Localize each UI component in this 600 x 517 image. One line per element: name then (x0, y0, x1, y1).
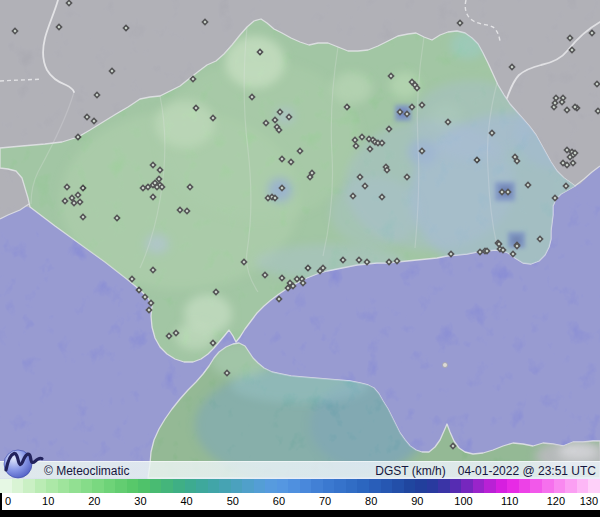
scale-tick-label: 130 (580, 495, 598, 507)
bottom-black-strip (0, 510, 600, 517)
scale-tick-label: 80 (365, 495, 377, 507)
colorbar-cell (450, 479, 462, 493)
colorbar-cell (127, 479, 139, 493)
scale-tick-label: 0 (5, 495, 11, 507)
datetime-label: 04-01-2022 @ 23:51 UTC (458, 464, 596, 478)
scale-tick-label: 120 (547, 495, 565, 507)
colorbar-cell (288, 479, 300, 493)
colorbar-cell (58, 479, 70, 493)
credit-text[interactable]: © Meteoclimatic (44, 464, 130, 478)
colorbar-cell (519, 479, 531, 493)
colorbar-cell (161, 479, 173, 493)
colorbar-cell (300, 479, 312, 493)
colorbar-cell (185, 479, 197, 493)
colorbar-cell (461, 479, 473, 493)
weather-map-screenshot: © Meteoclimatic DGST (km/h)04-01-2022 @ … (0, 0, 600, 517)
colorbar-cell (346, 479, 358, 493)
colorbar-cell (254, 479, 266, 493)
colorbar-cell (265, 479, 277, 493)
colorbar-cell (334, 479, 346, 493)
colorbar-cell (242, 479, 254, 493)
scale-tick-label: 50 (227, 495, 239, 507)
colorbar-cell (323, 479, 335, 493)
scale-tick-label: 60 (273, 495, 285, 507)
colorbar-cell (311, 479, 323, 493)
colorbar-cell (507, 479, 519, 493)
colorbar-cell (150, 479, 162, 493)
colorbar-cell (138, 479, 150, 493)
scale-tick-label: 100 (454, 495, 472, 507)
colorbar-cell (381, 479, 393, 493)
colorbar-cell (588, 479, 600, 493)
colorbar-cell (392, 479, 404, 493)
colorbar-cell (404, 479, 416, 493)
colorbar-cell (219, 479, 231, 493)
scale-tick-label: 110 (501, 495, 519, 507)
scale-tick-label: 30 (134, 495, 146, 507)
map-canvas (0, 0, 600, 517)
footer-bar: © Meteoclimatic DGST (km/h)04-01-2022 @ … (0, 461, 600, 479)
colorbar-cell (530, 479, 542, 493)
scale-tick-label: 10 (42, 495, 54, 507)
colorbar-cell (427, 479, 439, 493)
colorbar-cell (81, 479, 93, 493)
variable-label: DGST (km/h) (375, 464, 445, 478)
colorbar-cell (115, 479, 127, 493)
colorbar-cell (565, 479, 577, 493)
colorbar-cell (438, 479, 450, 493)
colorbar-cell (69, 479, 81, 493)
footer-right-text: DGST (km/h)04-01-2022 @ 23:51 UTC (375, 464, 596, 478)
scale-tick-label: 40 (180, 495, 192, 507)
colorbar-cell (196, 479, 208, 493)
colorbar-cell (496, 479, 508, 493)
colorbar-cell (173, 479, 185, 493)
colorbar-cell (208, 479, 220, 493)
colorbar-cell (104, 479, 116, 493)
terrain-texture (0, 0, 600, 478)
meteoclimatic-logo[interactable] (1, 444, 49, 482)
colorbar-cell (369, 479, 381, 493)
colorbar-cell (415, 479, 427, 493)
colorbar-cell (484, 479, 496, 493)
colorbar-cell (231, 479, 243, 493)
colorbar-cell (357, 479, 369, 493)
colorbar-cell (542, 479, 554, 493)
colorbar-cell (92, 479, 104, 493)
scale-tick-label: 20 (88, 495, 100, 507)
scale-tick-labels: 0102030405060708090100110120130 (0, 493, 600, 510)
colorbar-cell (473, 479, 485, 493)
colorbar-cell (277, 479, 289, 493)
scale-tick-label: 70 (319, 495, 331, 507)
scale-tick-label: 90 (411, 495, 423, 507)
colorbar-cell (554, 479, 566, 493)
color-scale-bar (0, 479, 600, 493)
colorbar-cell (577, 479, 589, 493)
